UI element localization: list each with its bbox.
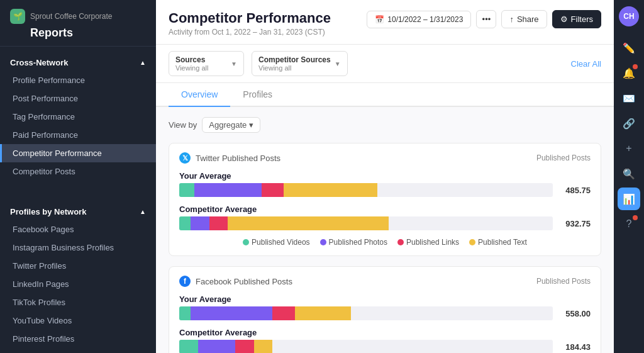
twitter-your-avg-bar: 485.75 bbox=[179, 183, 591, 197]
cross-network-header[interactable]: Cross-Network ▲ bbox=[0, 54, 156, 71]
nav-item-pinterest-profiles[interactable]: Pinterest Profiles bbox=[0, 330, 156, 348]
nav-item-post-performance[interactable]: Post Performance bbox=[0, 89, 156, 108]
facebook-network-icon: f bbox=[179, 276, 191, 287]
cross-network-label: Cross-Network bbox=[10, 58, 68, 67]
clear-all-button[interactable]: Clear All bbox=[571, 59, 601, 69]
profiles-by-network-header[interactable]: Profiles by Network ▲ bbox=[0, 203, 156, 220]
sources-chevron-icon: ▼ bbox=[231, 60, 237, 67]
facebook-competitor-avg-value: 184.43 bbox=[559, 342, 591, 352]
page-title: Competitor Performance bbox=[169, 10, 331, 26]
nav-item-profile-performance[interactable]: Profile Performance bbox=[0, 71, 156, 89]
nav-item-competitor-posts[interactable]: Competitor Posts bbox=[0, 162, 156, 181]
nav-item-twitter-profiles[interactable]: Twitter Profiles bbox=[0, 257, 156, 275]
add-icon-btn[interactable]: + bbox=[618, 137, 640, 160]
filters-label: Filters bbox=[571, 14, 593, 24]
help-icon-btn[interactable]: ? bbox=[618, 213, 640, 235]
twitter-chart-title: 𝕏 Twitter Published Posts bbox=[179, 152, 280, 164]
link-icon-btn[interactable]: 🔗 bbox=[618, 112, 640, 135]
twitter-competitor-avg-value: 932.75 bbox=[559, 219, 591, 228]
page-title-area: Competitor Performance Activity from Oct… bbox=[169, 10, 331, 36]
facebook-your-avg-label: Your Average bbox=[179, 294, 591, 304]
twitter-your-avg-row: Your Average 485.75 bbox=[179, 171, 591, 197]
facebook-your-avg-bar: 558.00 bbox=[179, 306, 591, 320]
nav-item-tiktok-profiles[interactable]: TikTok Profiles bbox=[0, 293, 156, 311]
page-header: Competitor Performance Activity from Oct… bbox=[156, 0, 614, 45]
more-button[interactable]: ••• bbox=[476, 10, 496, 28]
twitter-competitor-avg-bar: 932.75 bbox=[179, 216, 591, 230]
profiles-chevron: ▲ bbox=[140, 208, 146, 215]
search-icon-btn[interactable]: 🔍 bbox=[618, 162, 640, 185]
facebook-chart-title-text: Facebook Published Posts bbox=[196, 277, 292, 286]
share-button[interactable]: ↑ Share bbox=[501, 10, 547, 28]
profiles-by-network-label: Profiles by Network bbox=[10, 207, 86, 216]
tab-profiles[interactable]: Profiles bbox=[230, 83, 285, 107]
filters-button[interactable]: ⚙ Filters bbox=[552, 10, 601, 28]
facebook-your-avg-row: Your Average 558.00 bbox=[179, 294, 591, 320]
nav-item-paid-performance[interactable]: Paid Performance bbox=[0, 126, 156, 144]
brand-logo: 🌱 bbox=[10, 9, 25, 24]
message-icon-btn[interactable]: ✉️ bbox=[618, 87, 640, 109]
competitor-sources-label: Competitor Sources bbox=[258, 55, 331, 64]
competitor-sources-filter[interactable]: Competitor Sources Viewing all ▼ bbox=[252, 51, 348, 76]
legend-photos-label: Published Photos bbox=[329, 238, 387, 247]
fb-comp-links-seg bbox=[235, 340, 254, 353]
sources-label-group: Sources Viewing all bbox=[175, 55, 227, 72]
content-area: View by Aggregate ▾ 𝕏 Twitter Published … bbox=[156, 107, 614, 353]
tab-overview[interactable]: Overview bbox=[169, 83, 230, 107]
twitter-chart-header: 𝕏 Twitter Published Posts Published Post… bbox=[179, 152, 591, 164]
nav-item-youtube-videos[interactable]: YouTube Videos bbox=[0, 311, 156, 330]
twitter-competitor-avg-track bbox=[179, 216, 553, 230]
competitor-sources-chevron-icon: ▼ bbox=[335, 60, 341, 67]
nav-item-facebook-pages[interactable]: Facebook Pages bbox=[0, 220, 156, 238]
nav-item-linkedin-pages[interactable]: LinkedIn Pages bbox=[0, 275, 156, 293]
legend-text-dot bbox=[469, 239, 475, 245]
nav-item-instagram-business[interactable]: Instagram Business Profiles bbox=[0, 238, 156, 257]
view-by-chevron-icon: ▾ bbox=[249, 120, 253, 130]
view-by-select[interactable]: Aggregate ▾ bbox=[202, 117, 260, 133]
analytics-icon-btn[interactable]: 📊 bbox=[618, 188, 640, 210]
brand-company: Sprout Coffee Corporate bbox=[30, 12, 113, 21]
twitter-your-photos-seg bbox=[194, 183, 262, 197]
competitor-sources-label-group: Competitor Sources Viewing all bbox=[258, 55, 331, 72]
competitor-sources-value: Viewing all bbox=[258, 64, 331, 72]
filters-icon: ⚙ bbox=[560, 14, 568, 24]
view-by-value: Aggregate bbox=[209, 120, 247, 130]
twitter-your-avg-value: 485.75 bbox=[559, 186, 591, 195]
sources-value: Viewing all bbox=[175, 64, 227, 72]
help-badge bbox=[633, 215, 638, 220]
edit-icon-btn[interactable]: ✏️ bbox=[618, 36, 640, 59]
fb-comp-videos-seg bbox=[179, 340, 198, 353]
facebook-chart-title: f Facebook Published Posts bbox=[179, 276, 292, 287]
legend-photos-dot bbox=[320, 239, 326, 245]
sidebar-header: 🌱 Sprout Coffee Corporate Reports bbox=[0, 0, 156, 47]
legend-videos: Published Videos bbox=[243, 238, 310, 247]
legend-photos: Published Photos bbox=[320, 238, 387, 247]
legend-links: Published Links bbox=[397, 238, 459, 247]
facebook-competitor-avg-row: Competitor Average 184.43 bbox=[179, 328, 591, 353]
view-by-label: View by bbox=[169, 120, 197, 130]
alert-icon-btn[interactable]: 🔔 bbox=[618, 62, 640, 84]
fb-your-text-seg bbox=[295, 306, 351, 320]
sidebar: 🌱 Sprout Coffee Corporate Reports Cross-… bbox=[0, 0, 156, 353]
sources-filter[interactable]: Sources Viewing all ▼ bbox=[169, 51, 244, 76]
nav-item-competitor-performance[interactable]: Competitor Performance bbox=[0, 144, 156, 162]
facebook-competitor-avg-bar: 184.43 bbox=[179, 340, 591, 353]
twitter-your-links-seg bbox=[262, 183, 284, 197]
legend-links-dot bbox=[397, 239, 404, 245]
twitter-chart-section: 𝕏 Twitter Published Posts Published Post… bbox=[169, 143, 601, 256]
date-range-button[interactable]: 📅 10/1/2022 – 1/31/2023 bbox=[367, 11, 471, 28]
nav-item-tag-performance[interactable]: Tag Performance bbox=[0, 108, 156, 126]
twitter-competitor-avg-label: Competitor Average bbox=[179, 205, 591, 214]
view-by-control: View by Aggregate ▾ bbox=[169, 117, 601, 133]
fb-your-links-seg bbox=[272, 306, 295, 320]
brand-area: 🌱 Sprout Coffee Corporate bbox=[10, 9, 146, 24]
fb-your-photos-seg bbox=[191, 306, 273, 320]
user-avatar[interactable]: CH bbox=[619, 6, 639, 26]
facebook-your-avg-track bbox=[179, 306, 553, 320]
twitter-competitor-videos-seg bbox=[179, 216, 191, 230]
twitter-legend: Published Videos Published Photos Publis… bbox=[179, 238, 591, 247]
calendar-icon: 📅 bbox=[375, 15, 384, 24]
legend-videos-dot bbox=[243, 239, 249, 245]
legend-text-label: Published Text bbox=[478, 238, 527, 247]
cross-network-chevron: ▲ bbox=[140, 59, 146, 66]
